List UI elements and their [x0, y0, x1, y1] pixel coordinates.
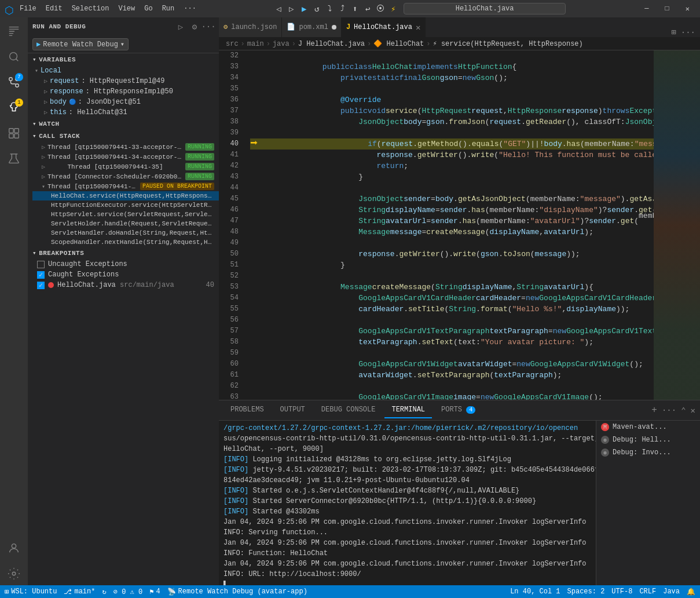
- breadcrumb-src[interactable]: src: [226, 40, 239, 48]
- debug-lightning-btn[interactable]: ⚡: [387, 3, 399, 14]
- menu-more[interactable]: ···: [180, 3, 200, 14]
- search-bar[interactable]: HelloChat.java: [404, 3, 566, 14]
- activity-test[interactable]: [2, 147, 25, 170]
- thread-5[interactable]: ▾ Thread [qtp1500079441-37] PAUSED ON BR…: [32, 181, 219, 191]
- activity-explorer[interactable]: [2, 20, 25, 43]
- menu-selection[interactable]: Selection: [68, 3, 113, 14]
- frame-4[interactable]: ServletHolder.handle(Request,ServletRequ…: [32, 219, 219, 228]
- panel-close-btn[interactable]: ✕: [691, 406, 695, 415]
- menu-view[interactable]: View: [115, 3, 138, 14]
- debug-config-selector[interactable]: ▶ Remote Watch Debug ▾: [32, 38, 129, 50]
- frame-1[interactable]: HelloChat.service(HttpRequest,HttpRespon…: [32, 191, 219, 200]
- menu-go[interactable]: Go: [141, 3, 156, 14]
- split-editor-btn[interactable]: ⊞: [671, 27, 676, 37]
- activity-debug[interactable]: 1: [2, 96, 25, 119]
- activity-account[interactable]: [2, 537, 25, 560]
- local-scope-item[interactable]: ▾ Local: [32, 65, 219, 76]
- frame-3[interactable]: HttpServlet.service(ServletRequest,Servl…: [32, 210, 219, 219]
- status-eol[interactable]: CRLF: [639, 588, 656, 596]
- status-branch[interactable]: ⎇ main*: [64, 588, 95, 596]
- debug-back-btn[interactable]: ◁: [273, 3, 284, 14]
- thread-2[interactable]: ▷ Thread [qtp1500079441-34-acceptor-1@66…: [32, 152, 219, 162]
- var-request[interactable]: ▷ request : HttpRequestImpl@49: [42, 76, 219, 86]
- activity-source-control[interactable]: 7: [2, 71, 25, 94]
- terminal-content[interactable]: /grpc-context/1.27.2/grpc-context-1.27.2…: [219, 421, 596, 585]
- tab-pom-xml[interactable]: 📄 pom.xml: [282, 17, 341, 37]
- panel-side-maven[interactable]: M Maven-avat...: [596, 421, 700, 433]
- menu-run[interactable]: Run: [159, 3, 178, 14]
- bp-caught-checkbox[interactable]: ✓: [37, 271, 45, 279]
- menu-edit[interactable]: Edit: [42, 3, 66, 14]
- status-wsl[interactable]: ⊞ WSL: Ubuntu: [5, 588, 57, 596]
- status-ln-col[interactable]: Ln 40, Col 1: [510, 588, 560, 596]
- variables-section-header[interactable]: ▾ VARIABLES: [28, 53, 219, 65]
- code-content[interactable]: public class HelloChat implements HttpFu…: [248, 50, 654, 400]
- status-debug-breakpoints[interactable]: ⚑ 4: [149, 588, 160, 596]
- status-errors[interactable]: ⊘ 0 ⚠ 0: [113, 588, 142, 596]
- breadcrumb-java[interactable]: java: [273, 40, 289, 48]
- breadcrumb-main[interactable]: main: [247, 40, 264, 48]
- thread-3[interactable]: ▷ Thread [qtp1500079441-35] RUNNING: [32, 162, 219, 172]
- debug-forward-btn[interactable]: ▷: [285, 3, 297, 14]
- terminal-line-9: [INFO] Started @43302ms: [223, 506, 591, 517]
- panel-tab-terminal[interactable]: TERMINAL: [384, 402, 432, 418]
- terminal-line-2: sus/opencensus-contrib-http-util/0.31.0/…: [223, 433, 591, 444]
- panel-side-debug1[interactable]: ⚙ Debug: Hell...: [596, 433, 700, 446]
- panel-maximize-btn[interactable]: ⌃: [681, 406, 686, 415]
- panel-side-debug2[interactable]: ⚙ Debug: Invo...: [596, 446, 700, 459]
- maximize-button[interactable]: □: [659, 5, 675, 13]
- status-bell[interactable]: 🔔: [687, 588, 695, 596]
- activity-settings[interactable]: [2, 562, 25, 585]
- panel-tab-output[interactable]: OUTPUT: [273, 402, 312, 418]
- debug-settings-btn[interactable]: ⚙: [189, 21, 200, 32]
- debug-step-out-btn[interactable]: ⬆: [349, 3, 361, 14]
- debug-play-btn[interactable]: ▶: [298, 3, 310, 14]
- activity-search[interactable]: [2, 45, 25, 68]
- status-encoding[interactable]: UTF-8: [611, 588, 632, 596]
- status-spaces[interactable]: Spaces: 2: [567, 588, 605, 596]
- watch-section-header[interactable]: ▾ WATCH: [28, 118, 219, 130]
- breadcrumb-file[interactable]: J HelloChat.java: [298, 40, 365, 48]
- bp-uncaught-checkbox[interactable]: [37, 261, 45, 268]
- minimize-button[interactable]: ─: [639, 5, 654, 13]
- panel-tab-debug-console[interactable]: DEBUG CONSOLE: [314, 402, 383, 418]
- panel-more-btn[interactable]: ···: [662, 406, 676, 415]
- frame-2[interactable]: HttpFunctionExecutor.service(HttpServlet…: [32, 200, 219, 210]
- debug-dot-btn[interactable]: ⦿: [375, 3, 386, 14]
- debug-step-into-btn[interactable]: ⤴: [336, 3, 348, 14]
- status-remote[interactable]: 📡 Remote Watch Debug (avatar-app): [167, 588, 307, 596]
- tab-hellochat-close[interactable]: ✕: [416, 23, 420, 32]
- frame-6[interactable]: ScopedHandler.nextHandle(String,Request,…: [32, 238, 219, 247]
- status-language[interactable]: Java: [663, 588, 680, 596]
- status-sync[interactable]: ↻: [102, 588, 106, 596]
- breadcrumb-class[interactable]: 🔶 HelloChat: [373, 39, 424, 48]
- callstack-section-header[interactable]: ▾ CALL STACK: [28, 130, 219, 142]
- debug-step-over-btn[interactable]: ⤵: [324, 3, 335, 14]
- breadcrumb-method[interactable]: ⚡ service(HttpRequest, HttpResponse): [433, 39, 582, 48]
- var-this[interactable]: ▷ this : HelloChat@31: [42, 107, 219, 118]
- more-actions-btn[interactable]: ···: [681, 28, 695, 37]
- activity-extensions[interactable]: [2, 122, 25, 145]
- thread-1[interactable]: ▷ Thread [qtp1500079441-33-acceptor-0@48…: [32, 142, 219, 152]
- sidebar-scroll[interactable]: ▾ VARIABLES ▾ Local ▷ request : HttpRequ…: [28, 53, 219, 585]
- bp-hellochat-checkbox[interactable]: ✓: [37, 282, 45, 289]
- close-button[interactable]: ✕: [680, 5, 695, 13]
- debug-play-config-btn[interactable]: ▷: [175, 21, 186, 32]
- code-editor[interactable]: 32 33 34 35 36 37 38 39 40 41 42 43 44 4…: [219, 50, 700, 400]
- thread-4[interactable]: ▷ Thread [Connector-Scheduler-6920b0bc-1…: [32, 172, 219, 181]
- var-body[interactable]: ▷ body 🔵 : JsonObject@51: [42, 97, 219, 107]
- menu-file[interactable]: File: [16, 3, 40, 14]
- panel-add-btn[interactable]: +: [651, 405, 657, 415]
- breakpoints-section-header[interactable]: ▾ BREAKPOINTS: [28, 247, 219, 259]
- var-response[interactable]: ▷ response : HttpResponseImpl@50: [42, 86, 219, 97]
- debug-more-btn[interactable]: ···: [203, 21, 214, 32]
- debug-restart-btn[interactable]: ↺: [311, 3, 322, 14]
- panel-tab-problems[interactable]: PROBLEMS: [223, 402, 271, 418]
- tab-hellochat-java[interactable]: J HelloChat.java ✕: [342, 17, 426, 37]
- tab-launch-json[interactable]: ⚙ launch.json: [219, 17, 282, 37]
- code-line-55: cardHeader.setTitle(String.format("Hello…: [250, 304, 654, 315]
- code-line-63: GoogleAppsCardV1Image image = new Google…: [250, 392, 654, 400]
- debug-disconnect-btn[interactable]: ↩: [362, 3, 373, 14]
- panel-tab-ports[interactable]: PORTS 4: [434, 402, 482, 418]
- frame-5[interactable]: ServletHandler.doHandle(String,Request,H…: [32, 228, 219, 238]
